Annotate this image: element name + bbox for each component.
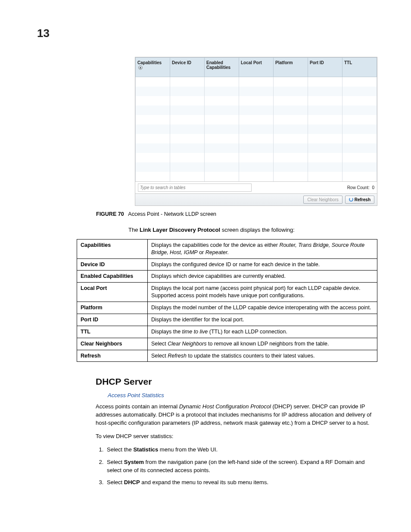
table-row (136, 115, 377, 124)
table-row (136, 87, 377, 96)
col-ttl[interactable]: TTL (342, 58, 377, 77)
def-term: Clear Neighbors (77, 338, 148, 350)
def-row: Local Port Displays the local port name … (77, 283, 377, 302)
page-content: Capabilities▴ Device ID Enabled Capabili… (77, 57, 377, 491)
dhcp-para1: Access points contain an internal Dynami… (96, 403, 377, 427)
table-row (136, 172, 377, 181)
def-desc: Displays the capabilities code for the d… (148, 239, 377, 258)
table-row (136, 162, 377, 172)
def-row: Port ID Displays the identifier for the … (77, 314, 377, 326)
def-term: TTL (77, 326, 148, 338)
def-desc: Displays the time to live (TTL) for each… (148, 326, 377, 338)
clear-neighbors-button[interactable]: Clear Neighbors (303, 196, 342, 204)
refresh-icon (349, 197, 353, 202)
figure-label: FIGURE 70 (96, 211, 124, 217)
def-desc: Displays the model number of the LLDP ca… (148, 302, 377, 314)
page-number: 13 (37, 27, 50, 40)
table-row (136, 77, 377, 87)
def-desc: Select Refresh to update the statistics … (148, 350, 377, 362)
def-row: Refresh Select Refresh to update the sta… (77, 350, 377, 362)
definitions-table: Capabilities Displays the capabilities c… (77, 239, 377, 362)
dhcp-para2: To view DHCP server statistics: (96, 432, 377, 441)
table-row (136, 106, 377, 115)
col-enabled-capabilities[interactable]: Enabled Capabilities (205, 58, 239, 77)
button-bar: Clear Neighbors Refresh (135, 193, 377, 205)
step-item: Select DHCP and expand the menu to revea… (105, 479, 377, 487)
intro-line: The Link Layer Discovery Protocol screen… (128, 227, 377, 233)
table-row (136, 134, 377, 143)
def-desc: Displays the configured device ID or nam… (148, 258, 377, 271)
def-row: Device ID Displays the configured device… (77, 258, 377, 271)
row-count: Row Count: 0 (347, 185, 374, 190)
def-term: Device ID (77, 258, 148, 271)
figure-caption: FIGURE 70 Access Point - Network LLDP sc… (96, 211, 377, 217)
table-search-input[interactable] (138, 184, 252, 192)
def-row: Clear Neighbors Select Clear Neighbors t… (77, 338, 377, 350)
step-item: Select the Statistics menu from the Web … (105, 446, 377, 454)
sort-asc-icon: ▴ (138, 65, 143, 70)
table-row (136, 96, 377, 106)
def-term: Capabilities (77, 239, 148, 258)
refresh-button[interactable]: Refresh (345, 196, 374, 204)
section-sublink[interactable]: Access Point Statistics (108, 392, 377, 398)
def-term: Refresh (77, 350, 148, 362)
section-heading-dhcp: DHCP Server (96, 376, 377, 387)
def-term: Local Port (77, 283, 148, 302)
col-platform[interactable]: Platform (274, 58, 308, 77)
def-term: Platform (77, 302, 148, 314)
table-row (136, 143, 377, 153)
col-device-id[interactable]: Device ID (170, 58, 205, 77)
step-item: Select System from the navigation pane (… (105, 458, 377, 475)
lldp-screenshot: Capabilities▴ Device ID Enabled Capabili… (135, 57, 377, 206)
table-search-row: Row Count: 0 (135, 181, 377, 193)
col-capabilities[interactable]: Capabilities▴ (136, 58, 170, 77)
def-desc: Displays the identifier for the local po… (148, 314, 377, 326)
def-row: Enabled Capabilities Displays which devi… (77, 271, 377, 283)
def-row: Platform Displays the model number of th… (77, 302, 377, 314)
def-desc: Select Clear Neighbors to remove all kno… (148, 338, 377, 350)
def-term: Enabled Capabilities (77, 271, 148, 283)
def-desc: Displays the local port name (access poi… (148, 283, 377, 302)
def-row: TTL Displays the time to live (TTL) for … (77, 326, 377, 338)
def-desc: Displays which device capabilities are c… (148, 271, 377, 283)
lldp-table: Capabilities▴ Device ID Enabled Capabili… (135, 57, 377, 181)
table-row (136, 124, 377, 134)
def-row: Capabilities Displays the capabilities c… (77, 239, 377, 258)
steps-list: Select the Statistics menu from the Web … (96, 446, 377, 487)
col-port-id[interactable]: Port ID (308, 58, 342, 77)
def-term: Port ID (77, 314, 148, 326)
table-row (136, 153, 377, 162)
col-local-port[interactable]: Local Port (239, 58, 274, 77)
figure-caption-text: Access Point - Network LLDP screen (128, 211, 216, 217)
